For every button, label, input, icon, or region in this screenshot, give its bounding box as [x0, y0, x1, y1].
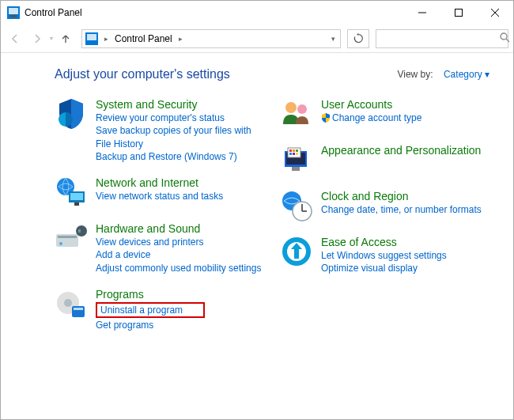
category-user-accounts[interactable]: User Accounts	[321, 97, 489, 112]
search-input[interactable]	[381, 33, 500, 44]
control-panel-icon	[85, 32, 98, 45]
link-get-programs[interactable]: Get programs	[96, 319, 264, 331]
network-internet-icon	[55, 176, 88, 209]
link-file-history[interactable]: Save backup copies of your files with Fi…	[96, 124, 264, 149]
system-security-icon	[55, 97, 88, 131]
ease-of-access-icon	[280, 235, 313, 268]
svg-rect-36	[296, 153, 298, 155]
search-icon[interactable]	[500, 32, 510, 45]
svg-rect-17	[58, 236, 77, 238]
svg-point-22	[64, 299, 72, 307]
up-button[interactable]	[56, 29, 75, 48]
link-add-device[interactable]: Add a device	[96, 248, 264, 261]
link-review-status[interactable]: Review your computer's status	[96, 112, 264, 124]
category-programs[interactable]: Programs	[96, 287, 264, 301]
svg-rect-34	[289, 153, 292, 155]
link-uninstall-program[interactable]: Uninstall a program	[100, 305, 183, 316]
close-button[interactable]	[477, 1, 513, 25]
clock-region-icon	[280, 189, 313, 222]
window-title: Control Panel	[25, 7, 404, 18]
hardware-sound-icon	[55, 221, 88, 255]
svg-rect-35	[293, 153, 295, 155]
link-change-date-format[interactable]: Change date, time, or number formats	[321, 203, 489, 216]
svg-rect-1	[9, 8, 18, 14]
chevron-right-icon[interactable]: ▸	[177, 35, 184, 43]
category-clock-region[interactable]: Clock and Region	[321, 189, 489, 203]
link-network-status[interactable]: View network status and tasks	[96, 190, 264, 202]
svg-rect-31	[289, 149, 292, 152]
link-mobility-settings[interactable]: Adjust commonly used mobility settings	[96, 262, 264, 274]
breadcrumb-item[interactable]: Control Panel	[115, 33, 172, 44]
link-optimize-display[interactable]: Optimize visual display	[321, 262, 489, 274]
link-view-devices[interactable]: View devices and printers	[96, 236, 264, 248]
link-backup-restore[interactable]: Backup and Restore (Windows 7)	[96, 150, 264, 163]
refresh-button[interactable]	[347, 29, 369, 48]
maximize-button[interactable]	[440, 1, 477, 25]
chevron-down-icon[interactable]: ▾	[330, 35, 337, 43]
recent-dropdown-icon[interactable]: ▾	[50, 35, 53, 42]
svg-point-26	[297, 104, 307, 114]
svg-rect-24	[74, 308, 83, 310]
view-by-dropdown[interactable]: Category ▾	[444, 69, 489, 80]
svg-rect-29	[292, 167, 300, 171]
svg-rect-4	[455, 9, 463, 17]
programs-icon	[55, 287, 88, 320]
forward-button	[28, 29, 47, 48]
svg-line-10	[506, 39, 509, 42]
highlight-box: Uninstall a program	[96, 302, 205, 318]
svg-point-18	[76, 225, 87, 236]
svg-point-9	[501, 33, 507, 40]
category-hardware-sound[interactable]: Hardware and Sound	[96, 221, 264, 236]
category-appearance[interactable]: Appearance and Personalization	[321, 143, 489, 157]
category-ease-of-access[interactable]: Ease of Access	[321, 235, 489, 249]
minimize-button[interactable]	[404, 1, 440, 25]
user-accounts-icon	[280, 97, 313, 131]
svg-rect-8	[87, 34, 96, 40]
shield-icon	[321, 113, 331, 123]
address-bar[interactable]: ▸ Control Panel ▸ ▾	[81, 29, 341, 48]
category-network-internet[interactable]: Network and Internet	[96, 176, 264, 190]
svg-rect-33	[296, 149, 298, 152]
svg-rect-15	[74, 202, 79, 206]
svg-rect-19	[78, 229, 81, 233]
svg-point-25	[285, 102, 297, 113]
link-suggest-settings[interactable]: Let Windows suggest settings	[321, 249, 489, 262]
appearance-icon	[280, 143, 313, 176]
search-box[interactable]	[376, 29, 508, 48]
chevron-right-icon[interactable]: ▸	[103, 35, 110, 43]
link-change-account-type[interactable]: Change account type	[321, 112, 489, 124]
svg-rect-2	[10, 15, 17, 17]
page-title: Adjust your computer's settings	[55, 67, 397, 81]
svg-point-20	[59, 242, 62, 245]
svg-rect-32	[293, 149, 295, 152]
svg-rect-14	[70, 193, 83, 200]
back-button	[6, 29, 25, 48]
control-panel-icon	[7, 6, 20, 19]
category-system-security[interactable]: System and Security	[96, 97, 264, 112]
view-by-label: View by: Category ▾	[397, 69, 489, 80]
